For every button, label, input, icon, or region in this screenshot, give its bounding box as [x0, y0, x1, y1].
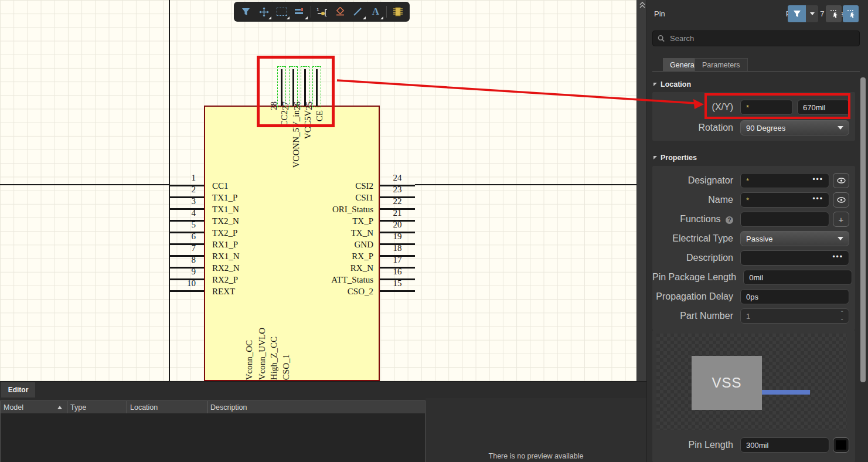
place-pin-icon[interactable]: 1: [314, 4, 331, 20]
ellipsis-button[interactable]: •••: [812, 175, 823, 184]
location-group: (X/Y) * 670mil Rotation 90 Degrees: [652, 92, 855, 141]
no-preview-message: There is no preview available: [426, 452, 646, 460]
column-header-location[interactable]: Location: [127, 401, 207, 413]
panel-divider-strip: [636, 0, 646, 381]
pin-stub[interactable]: [304, 69, 306, 106]
pin24-wire[interactable]: [415, 184, 636, 185]
rotation-dropdown[interactable]: 90 Degrees: [740, 120, 849, 135]
search-box[interactable]: [652, 30, 860, 46]
filter-button[interactable]: [788, 5, 806, 22]
propagation-delay-label: Propagation Delay: [652, 291, 740, 302]
text-icon[interactable]: A: [367, 4, 384, 20]
ellipsis-button[interactable]: •••: [832, 253, 843, 261]
color-black: [836, 440, 846, 450]
tab-editor[interactable]: Editor: [1, 382, 35, 398]
electrical-type-label: Electrical Type: [652, 233, 740, 244]
collapse-up-icon[interactable]: [639, 2, 645, 9]
pin-name: CSI2: [270, 180, 373, 192]
pin-number: 3: [169, 196, 196, 207]
pin-stub[interactable]: [380, 290, 415, 292]
svg-text:1: 1: [316, 7, 319, 12]
electrical-type-dropdown[interactable]: Passive: [740, 231, 849, 246]
sort-ascending-icon: [57, 406, 62, 409]
pin-name: Vconn_UVLO: [257, 328, 267, 380]
pin-name: High_Z_CC: [268, 337, 279, 380]
eye-icon: [837, 197, 846, 203]
part-icon[interactable]: [389, 4, 406, 20]
designator-field[interactable]: * •••: [740, 173, 829, 188]
pin-package-length-field[interactable]: 0mil: [743, 270, 852, 285]
plus-icon: +: [839, 215, 844, 225]
preview-pin-line: [762, 390, 810, 395]
pin-number: 5: [169, 220, 196, 230]
pin-name: CC2: [279, 110, 290, 127]
column-header-model[interactable]: Model: [1, 401, 67, 413]
tab-parameters[interactable]: Parameters: [695, 58, 748, 72]
y-field[interactable]: 670mil: [797, 100, 850, 115]
pin-stub[interactable]: [316, 69, 318, 106]
part-number-label: Part Number: [652, 311, 740, 321]
name-field[interactable]: * •••: [740, 192, 829, 208]
pin-name: TX_N: [270, 227, 373, 239]
eye-icon: [837, 178, 846, 184]
cursor-move-icon[interactable]: [256, 4, 273, 20]
tabs-divider: [652, 71, 860, 72]
filter-icon[interactable]: [237, 4, 254, 20]
chevron-down-icon: [838, 237, 843, 240]
propagation-delay-field[interactable]: 0ps: [740, 289, 849, 304]
pin-number: 24: [382, 173, 413, 184]
x-field[interactable]: *: [740, 100, 793, 115]
align-icon[interactable]: [291, 4, 308, 20]
column-header-type[interactable]: Type: [67, 401, 127, 413]
floating-toolbar: 1 A: [234, 2, 410, 22]
pin-name: CSI1: [270, 192, 373, 203]
spinner-buttons[interactable]: ⌃⌄: [840, 310, 844, 322]
search-icon: [658, 35, 665, 42]
pin-color-swatch[interactable]: [833, 437, 849, 453]
name-visibility-button[interactable]: [833, 192, 849, 208]
column-header-description[interactable]: Description: [207, 401, 425, 413]
table-body-empty: [1, 413, 425, 462]
pin-number: 17: [382, 255, 413, 266]
panel-scrollbar[interactable]: [860, 77, 866, 382]
pin-name: ATT_Status: [270, 274, 373, 286]
section-header-properties[interactable]: Properties: [653, 154, 697, 162]
select-inside-button[interactable]: [843, 5, 859, 22]
pin-stub[interactable]: [170, 290, 204, 292]
pin-number: 7: [169, 243, 196, 254]
filter-dropdown-button[interactable]: [806, 5, 818, 22]
ellipsis-button[interactable]: •••: [812, 195, 823, 203]
pin-number: 28: [269, 101, 278, 110]
chevron-down-icon: [838, 126, 843, 130]
pin-name: TX1_N: [212, 203, 239, 215]
pin-number: 4: [169, 208, 196, 219]
pin-name: TX_P: [270, 215, 373, 227]
pin-number: 9: [169, 267, 196, 277]
pin1-wire[interactable]: [0, 184, 169, 185]
power-port-icon[interactable]: [331, 4, 348, 20]
section-header-location[interactable]: Location: [653, 80, 691, 89]
description-field[interactable]: •••: [740, 250, 849, 266]
pin-number: 10: [169, 278, 196, 289]
line-icon[interactable]: [349, 4, 366, 20]
pin-name: CSO_2: [270, 286, 373, 297]
search-input[interactable]: [669, 33, 855, 43]
pin-name: RX1_P: [212, 239, 238, 250]
pin-stub[interactable]: [292, 69, 294, 106]
pin-length-field[interactable]: 300mil: [740, 437, 829, 453]
pin-number: 20: [382, 220, 413, 230]
section-expand-icon: [653, 156, 657, 159]
part-number-field[interactable]: 1 ⌃⌄: [740, 308, 849, 324]
section-expand-icon: [653, 83, 657, 86]
functions-field[interactable]: [740, 212, 829, 227]
select-overlap-button[interactable]: [826, 5, 842, 22]
pin-name: RX2_P: [212, 274, 238, 286]
selection-rect-icon[interactable]: [273, 4, 290, 20]
pin-stub[interactable]: [281, 69, 282, 106]
add-function-button[interactable]: +: [833, 212, 849, 227]
designator-visibility-button[interactable]: [833, 173, 849, 188]
properties-group: Designator * ••• Name * ••• Functions ? …: [652, 166, 855, 330]
preview-pin-body: VSS: [692, 356, 762, 410]
pin-name: GND: [270, 239, 373, 250]
schematic-canvas[interactable]: 1CC12TX1_P3TX1_N4TX2_N5TX2_P6RX1_P7RX1_N…: [0, 0, 636, 381]
